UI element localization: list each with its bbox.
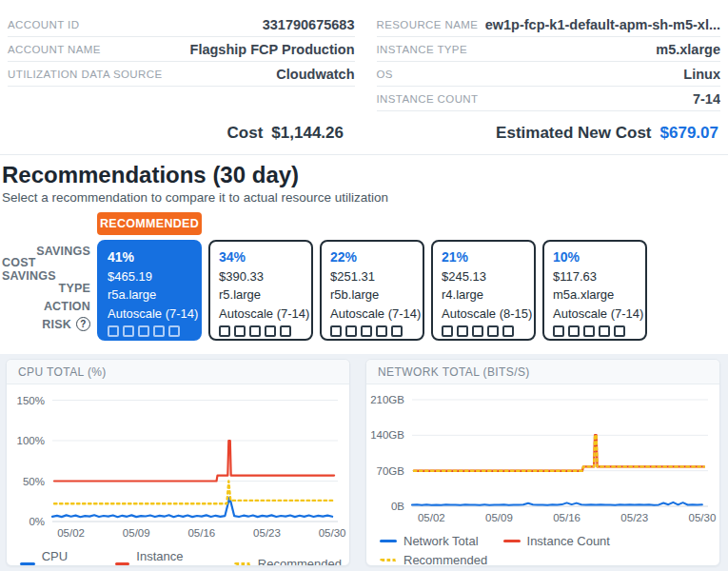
risk-level-box: [442, 325, 453, 337]
cost-value: $1,144.26: [271, 124, 344, 142]
risk-help-icon[interactable]: ?: [76, 317, 90, 331]
risk-level-box: [280, 325, 291, 337]
svg-text:05/30: 05/30: [689, 512, 717, 523]
svg-text:05/09: 05/09: [485, 512, 513, 523]
card-action: Autoscale (7-14): [108, 305, 191, 324]
estimated-new-cost-value: $679.07: [660, 124, 718, 142]
info-label: UTILIZATION DATA SOURCE: [8, 69, 163, 80]
card-cost-savings: $465.19: [108, 267, 191, 286]
recommendation-card-column: RECOMMENDED41%$465.19r5a.largeAutoscale …: [97, 212, 202, 341]
recommendation-card[interactable]: 21%$245.13r4.largeAutoscale (8-15): [431, 240, 536, 341]
svg-text:50%: 50%: [23, 476, 45, 487]
risk-level-box: [345, 325, 357, 337]
risk-level-box: [219, 325, 230, 337]
legend-label: Recommended: [403, 553, 487, 566]
svg-text:05/16: 05/16: [553, 512, 580, 523]
network-total-chart-svg: 0B70GB140GB210GB05/0205/0905/1605/2305/3…: [366, 384, 718, 527]
svg-text:05/02: 05/02: [57, 527, 85, 539]
risk-level-box: [108, 325, 119, 337]
info-value: 331790675683: [263, 17, 355, 32]
recommendations-section: Recommendations (30 day) Select a recomm…: [0, 155, 728, 354]
cpu-total-chart-card: CPU TOTAL (%)0%50%100%150%05/0205/0905/1…: [6, 359, 350, 566]
risk-level-box: [391, 325, 403, 337]
rec-row-label-cost-savings: COST SAVINGS: [2, 261, 90, 280]
legend-sample: [20, 562, 35, 565]
risk-level-box: [583, 325, 595, 337]
info-row: UTILIZATION DATA SOURCECloudwatch: [8, 62, 355, 87]
info-label: OS: [377, 69, 393, 80]
card-cost-savings: $245.13: [442, 267, 525, 286]
info-row: INSTANCE TYPEm5.xlarge: [377, 37, 721, 62]
recommendation-card[interactable]: 22%$251.31r5b.largeAutoscale (7-14): [320, 240, 424, 341]
account-info-table: ACCOUNT ID331790675683ACCOUNT NAMEFlagsh…: [8, 12, 355, 111]
risk-level-box: [457, 325, 468, 337]
recommendation-card[interactable]: 34%$390.33r5.largeAutoscale (7-14): [208, 240, 313, 341]
risk-indicator: [330, 325, 414, 337]
recommendations-subtitle: Select a recommendation to compare it to…: [2, 190, 728, 205]
recommendation-card-column: 10%$117.63m5a.xlargeAutoscale (7-14): [542, 240, 647, 341]
rec-row-label-type: TYPE: [59, 279, 90, 298]
network-total-series-recommended: [414, 435, 704, 470]
legend-sample: [380, 559, 397, 561]
risk-indicator: [442, 325, 525, 337]
rec-row-label-text: TYPE: [59, 282, 90, 295]
risk-indicator: [553, 325, 637, 337]
network-total-series-network-total: [412, 502, 702, 505]
svg-text:150%: 150%: [17, 395, 45, 406]
network-total-chart-body: 0B70GB140GB210GB05/0205/0905/1605/2305/3…: [366, 384, 719, 566]
legend-label: Recommended: [258, 557, 342, 567]
chart-title: NETWORK TOTAL (BITS/S): [366, 360, 719, 384]
risk-level-box: [265, 325, 276, 337]
card-action: Autoscale (7-14): [219, 305, 303, 324]
legend-item-instance-count: Instance Count: [503, 534, 610, 548]
card-type: r4.large: [442, 286, 525, 305]
legend-row: CPU TotalInstance CountRecommended: [20, 549, 342, 566]
utilization-charts-section: CPU TOTAL (%)0%50%100%150%05/0205/0905/1…: [0, 354, 728, 571]
card-savings: 10%: [553, 248, 637, 267]
cpu-total-chart-body: 0%50%100%150%05/0205/0905/1605/2305/30CP…: [7, 384, 349, 566]
info-label: INSTANCE TYPE: [377, 44, 468, 55]
card-type: r5b.large: [330, 286, 414, 305]
risk-level-box: [153, 325, 165, 337]
network-total-series-instance-count: [414, 435, 704, 470]
info-row: RESOURCE NAMEew1p-fcp-k1-default-apm-sh-…: [377, 12, 721, 37]
risk-level-box: [472, 325, 483, 337]
recommendation-card-column: 21%$245.13r4.largeAutoscale (8-15): [431, 240, 536, 341]
svg-text:05/02: 05/02: [418, 512, 445, 523]
risk-level-box: [138, 325, 149, 337]
rec-row-label-text: ACTION: [44, 300, 90, 313]
info-row: ACCOUNT NAMEFlagship FCP Production: [8, 37, 355, 62]
risk-level-box: [599, 325, 610, 337]
card-action: Autoscale (7-14): [330, 305, 414, 324]
svg-text:05/30: 05/30: [319, 527, 346, 539]
legend-label: Instance Count: [136, 549, 209, 566]
network-total-chart-card: NETWORK TOTAL (BITS/S)0B70GB140GB210GB05…: [365, 359, 720, 566]
rec-row-label-action: ACTION: [44, 298, 90, 317]
recommendations-title: Recommendations (30 day): [2, 161, 728, 188]
info-value: Flagship FCP Production: [190, 42, 355, 57]
cpu-total-chart-svg: 0%50%100%150%05/0205/0905/1605/2305/30: [7, 384, 347, 542]
info-label: RESOURCE NAME: [377, 19, 479, 30]
recommendation-row-labels: SAVINGSCOST SAVINGSTYPEACTIONRISK?: [2, 242, 90, 341]
legend-row: Network TotalInstance Count: [380, 534, 712, 548]
card-type: r5.large: [219, 286, 303, 305]
svg-text:140GB: 140GB: [370, 429, 404, 441]
svg-text:05/23: 05/23: [253, 527, 281, 539]
card-savings: 34%: [219, 248, 303, 267]
info-row: OSLinux: [377, 62, 721, 87]
card-cost-savings: $117.63: [553, 267, 637, 286]
recommendation-card[interactable]: 41%$465.19r5a.largeAutoscale (7-14): [97, 240, 202, 341]
resource-info-table: RESOURCE NAMEew1p-fcp-k1-default-apm-sh-…: [377, 12, 721, 111]
legend-label: CPU Total: [42, 549, 90, 566]
svg-text:05/09: 05/09: [123, 527, 150, 539]
rec-row-label-text: RISK: [42, 318, 71, 331]
risk-indicator: [219, 325, 303, 337]
legend-sample: [503, 540, 521, 542]
card-savings: 21%: [442, 248, 525, 267]
legend-item-network-total: Network Total: [380, 534, 479, 548]
legend-sample: [380, 540, 397, 542]
risk-level-box: [614, 325, 625, 337]
svg-text:70GB: 70GB: [377, 465, 405, 477]
card-action: Autoscale (7-14): [553, 305, 637, 324]
recommendation-card[interactable]: 10%$117.63m5a.xlargeAutoscale (7-14): [542, 240, 647, 341]
